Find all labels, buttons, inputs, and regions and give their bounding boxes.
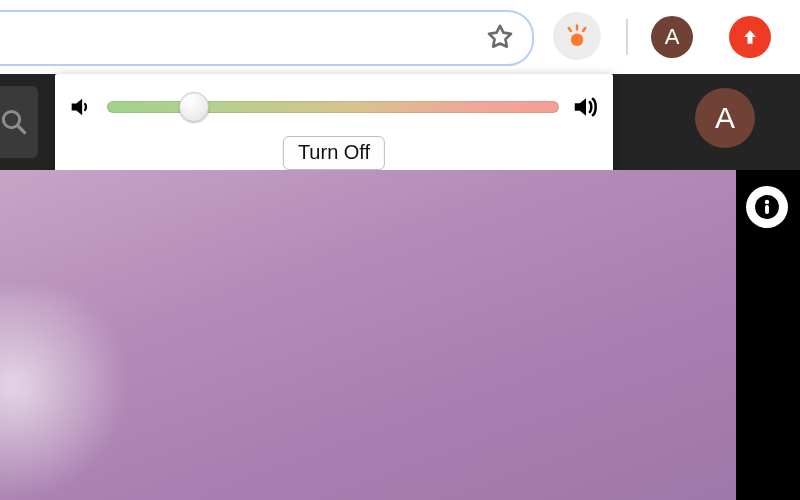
address-bar[interactable] [0,10,534,66]
search-icon [0,107,29,137]
volume-low-icon [67,93,95,121]
turn-off-button[interactable]: Turn Off [283,136,385,170]
toolbar-separator [626,19,628,55]
info-icon [754,194,780,220]
site-profile-avatar[interactable]: A [695,88,755,148]
bookmark-star-icon[interactable] [484,21,516,53]
extension-popup: Turn Off [55,74,613,174]
volume-slider[interactable] [107,101,559,113]
svg-rect-9 [765,205,769,214]
svg-point-0 [571,34,584,47]
svg-line-5 [18,126,25,133]
volume-slider-thumb[interactable] [179,92,209,122]
browser-profile-avatar[interactable]: A [651,16,693,58]
svg-rect-3 [567,26,573,33]
avatar-initial: A [715,101,735,135]
volume-high-icon [571,92,601,122]
svg-rect-1 [576,24,579,30]
update-badge[interactable] [729,16,771,58]
svg-rect-2 [581,26,587,33]
arrow-up-icon [740,27,760,47]
site-search-button[interactable] [0,86,38,158]
extension-button[interactable] [553,12,601,60]
info-button[interactable] [746,186,788,228]
video-content-area[interactable] [0,170,736,500]
avatar-initial: A [665,24,680,50]
fan-icon [562,21,592,51]
svg-point-8 [765,200,769,204]
